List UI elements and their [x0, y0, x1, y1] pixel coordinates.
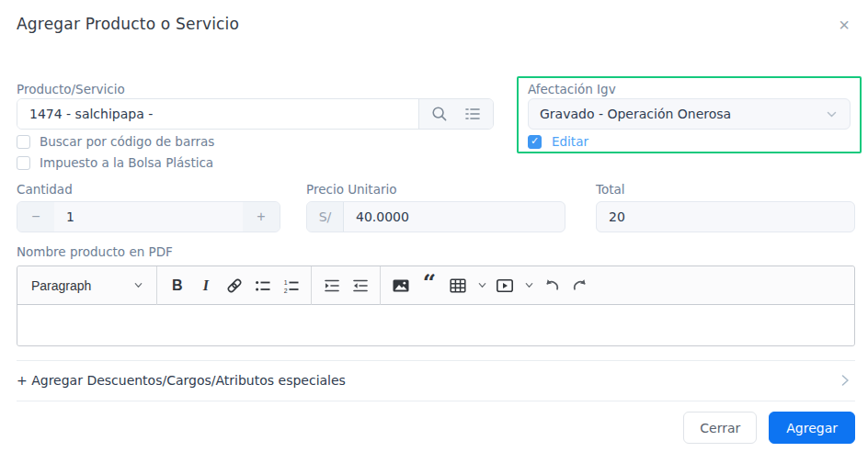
toolbar-separator — [156, 266, 157, 305]
igv-selected-option: Gravado - Operación Onerosa — [540, 107, 825, 121]
total-input[interactable] — [597, 209, 854, 224]
svg-text:1: 1 — [284, 279, 288, 286]
quantity-increase-button[interactable]: + — [243, 202, 280, 232]
list-icon — [463, 105, 482, 123]
product-input-wrap — [17, 99, 418, 129]
total-field — [596, 201, 855, 232]
chevron-down-icon — [477, 280, 487, 290]
indent-icon — [323, 277, 341, 295]
barcode-checkbox[interactable] — [17, 135, 30, 149]
paragraph-dropdown[interactable]: Paragraph — [26, 272, 151, 299]
link-icon — [225, 277, 244, 295]
pdf-name-block: Nombre producto en PDF Paragraph B I — [17, 244, 868, 346]
table-icon — [449, 277, 467, 295]
amounts-row: Cantidad − + Precio Unitario S/ Total — [17, 182, 868, 232]
bold-icon: B — [172, 277, 183, 294]
unit-price-field: S/ — [306, 201, 565, 232]
insert-table-button[interactable] — [443, 272, 472, 299]
plastic-bag-option-row: Impuesto a la Bolsa Plástica — [17, 155, 494, 170]
indent-button[interactable] — [317, 272, 346, 299]
plastic-bag-label: Impuesto a la Bolsa Plástica — [40, 155, 213, 170]
outdent-icon — [351, 277, 370, 295]
outdent-button[interactable] — [346, 272, 374, 299]
bulleted-list-button[interactable] — [248, 272, 277, 299]
toolbar-separator — [311, 266, 312, 305]
rich-text-editor: Paragraph B I — [17, 266, 855, 346]
product-input-actions — [418, 99, 493, 129]
media-embed-button[interactable] — [490, 272, 519, 299]
chevron-down-icon — [825, 107, 839, 121]
italic-button[interactable]: I — [191, 272, 220, 299]
undo-icon — [542, 277, 561, 295]
product-input-group — [17, 98, 494, 130]
redo-icon — [571, 277, 589, 295]
bold-button[interactable]: B — [163, 272, 191, 299]
paragraph-dropdown-label: Paragraph — [31, 278, 91, 293]
edit-checkbox[interactable] — [528, 135, 542, 149]
quantity-label: Cantidad — [17, 182, 280, 197]
igv-label: Afectación Igv — [528, 82, 851, 96]
add-button[interactable]: Agregar — [769, 412, 855, 444]
chevron-down-icon — [133, 280, 143, 290]
product-label: Producto/Servicio — [17, 82, 494, 96]
redo-button[interactable] — [565, 272, 594, 299]
table-dropdown-group — [443, 272, 490, 299]
extras-toggle-row[interactable]: + Agregar Descuentos/Cargos/Atributos es… — [17, 361, 855, 401]
chevron-down-icon — [524, 280, 534, 290]
svg-text:2: 2 — [284, 287, 288, 293]
edit-label: Editar — [552, 134, 588, 149]
igv-edit-row: Editar — [528, 134, 851, 149]
block-quote-button[interactable]: “ — [415, 272, 443, 299]
barcode-label: Buscar por código de barras — [40, 134, 214, 149]
dialog-header: Agregar Producto o Servicio × — [0, 0, 868, 35]
quantity-input[interactable] — [54, 209, 243, 224]
product-row: Producto/Servicio — [17, 76, 868, 170]
media-icon — [496, 277, 514, 295]
toolbar-separator — [380, 266, 381, 305]
quantity-field-block: Cantidad − + — [17, 182, 280, 232]
plastic-bag-checkbox[interactable] — [17, 156, 30, 170]
cancel-button[interactable]: Cerrar — [683, 412, 757, 444]
undo-button[interactable] — [537, 272, 565, 299]
add-product-dialog: Agregar Producto o Servicio × Producto/S… — [0, 0, 868, 452]
currency-prefix: S/ — [307, 202, 344, 232]
search-button[interactable] — [430, 105, 449, 123]
barcode-option-row: Buscar por código de barras — [17, 134, 494, 149]
product-input[interactable] — [29, 107, 406, 121]
product-list-button[interactable] — [463, 105, 482, 123]
product-column: Producto/Servicio — [17, 76, 494, 170]
unit-price-input[interactable] — [344, 209, 565, 224]
link-button[interactable] — [220, 272, 248, 299]
dialog-footer: Cerrar Agregar — [17, 412, 855, 444]
quantity-decrease-button[interactable]: − — [17, 202, 54, 232]
quantity-stepper: − + — [17, 201, 280, 232]
italic-icon: I — [203, 277, 209, 294]
divider — [17, 401, 855, 401]
editor-toolbar: Paragraph B I — [17, 266, 854, 305]
pdf-name-label: Nombre producto en PDF — [17, 244, 868, 259]
total-label: Total — [596, 182, 855, 197]
media-dropdown-group — [490, 272, 537, 299]
bulleted-list-icon — [254, 277, 272, 295]
insert-image-button[interactable] — [386, 272, 415, 299]
total-field-block: Total — [596, 182, 855, 232]
extras-link-label: + Agregar Descuentos/Cargos/Atributos es… — [17, 373, 346, 388]
chevron-right-icon — [837, 372, 853, 389]
media-dropdown-chevron[interactable] — [520, 272, 537, 299]
page-title: Agregar Producto o Servicio — [17, 15, 239, 33]
block-quote-icon: “ — [423, 279, 436, 292]
igv-highlight-box: Afectación Igv Gravado - Operación Onero… — [517, 76, 862, 153]
table-dropdown-chevron[interactable] — [474, 272, 490, 299]
editor-content-area[interactable] — [17, 305, 854, 345]
igv-select[interactable]: Gravado - Operación Onerosa — [528, 98, 851, 130]
unit-price-label: Precio Unitario — [306, 182, 565, 197]
numbered-list-icon: 12 — [282, 277, 301, 295]
search-icon — [430, 105, 449, 123]
unit-price-field-block: Precio Unitario S/ — [306, 182, 565, 232]
close-icon[interactable]: × — [833, 15, 855, 35]
image-icon — [392, 277, 410, 295]
numbered-list-button[interactable]: 12 — [277, 272, 305, 299]
